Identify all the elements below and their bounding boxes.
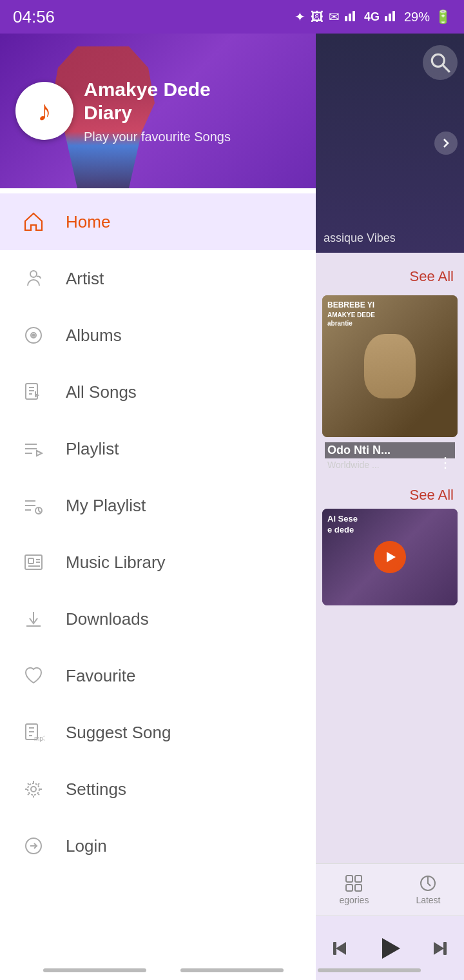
signal2-icon — [385, 10, 399, 24]
scroll-bar-3 — [318, 968, 421, 972]
4g-icon: 4G — [364, 10, 380, 24]
home-icon — [19, 208, 48, 236]
latest-label: Latest — [416, 895, 440, 905]
search-button[interactable] — [423, 45, 458, 80]
svg-text:mp3: mp3 — [34, 735, 44, 742]
app-subtitle: Diary — [84, 101, 231, 124]
sidebar-item-suggest-song[interactable]: mp3 Suggest Song — [0, 704, 316, 761]
svg-rect-0 — [345, 16, 347, 21]
bottom-nav: egories Latest — [316, 863, 464, 916]
sidebar-item-my-playlist[interactable]: My Playlist — [0, 477, 316, 534]
sidebar-item-home[interactable]: Home — [0, 193, 316, 250]
svg-rect-2 — [353, 11, 355, 21]
svg-rect-3 — [385, 16, 387, 21]
favourite-icon — [19, 662, 48, 690]
music-note-icon: ♪ — [37, 95, 52, 127]
suggest-song-label: Suggest Song — [66, 723, 171, 743]
app-title: Amakye Dede — [84, 78, 231, 101]
settings-icon — [19, 775, 48, 803]
status-bar: 04:56 ✦ 🖼 ✉ 4G 29% 🔋 — [0, 0, 464, 34]
song-card: BEBREBE YI AMAKYE DEDE abrantie Odo Nti … — [322, 295, 458, 476]
sidebar-item-albums[interactable]: Albums — [0, 307, 316, 364]
playlist-icon — [19, 435, 48, 463]
my-playlist-icon — [19, 491, 48, 520]
song-subtitle: Worldwide ... — [325, 458, 455, 471]
main-container: assique Vibes See All BEBREBE YI AMAK — [0, 34, 464, 980]
categories-label: egories — [339, 895, 369, 905]
playlist-label: Playlist — [66, 439, 119, 459]
see-all-1[interactable]: See All — [316, 253, 464, 295]
login-icon — [19, 832, 48, 860]
all-songs-icon — [19, 378, 48, 406]
sidebar-item-artist[interactable]: Artist — [0, 250, 316, 307]
svg-rect-16 — [333, 942, 336, 955]
scroll-indicators — [0, 968, 464, 972]
svg-point-43 — [28, 783, 39, 795]
svg-marker-18 — [434, 942, 444, 955]
battery-icon: 🔋 — [435, 9, 451, 24]
star-icon: ✦ — [295, 9, 305, 24]
battery-percent: 29% — [404, 10, 430, 24]
prev-button[interactable] — [324, 933, 355, 964]
music-library-label: Music Library — [66, 553, 166, 573]
svg-rect-9 — [346, 876, 353, 882]
music-library-icon — [19, 548, 48, 576]
sidebar-item-downloads[interactable]: Downloads — [0, 591, 316, 647]
scroll-bar-2 — [180, 968, 284, 972]
app-logo: ♪ — [15, 82, 73, 140]
downloads-label: Downloads — [66, 609, 149, 629]
nav-categories[interactable]: egories — [339, 874, 369, 905]
artist-label: Artist — [66, 269, 104, 289]
song-title: Odo Nti N... — [325, 442, 455, 458]
banner-text: assique Vibes — [324, 231, 396, 245]
svg-rect-19 — [443, 942, 447, 955]
login-label: Login — [66, 836, 107, 856]
banner-arrow[interactable] — [434, 132, 458, 155]
play-button[interactable] — [374, 541, 406, 573]
image-icon: 🖼 — [311, 10, 324, 24]
svg-marker-17 — [382, 938, 400, 959]
svg-rect-35 — [28, 558, 34, 564]
next-button[interactable] — [425, 933, 456, 964]
app-title-area: Amakye Dede Diary Play your favourite So… — [84, 78, 231, 144]
nav-latest[interactable]: Latest — [416, 874, 440, 905]
navigation-drawer: ♪ Amakye Dede Diary Play your favourite … — [0, 34, 316, 980]
svg-line-33 — [39, 511, 41, 513]
sidebar-item-all-songs[interactable]: All Songs — [0, 364, 316, 420]
video-thumbnail[interactable]: Al Sese e dede — [322, 509, 458, 605]
song-info: Odo Nti N... Worldwide ... — [322, 437, 458, 476]
more-options-icon[interactable]: ⋮ — [438, 455, 452, 471]
artist-icon — [19, 264, 48, 293]
sidebar-item-login[interactable]: Login — [0, 818, 316, 874]
status-icons: ✦ 🖼 ✉ 4G 29% 🔋 — [295, 9, 451, 24]
svg-rect-5 — [392, 11, 395, 21]
svg-point-23 — [33, 335, 35, 337]
downloads-icon — [19, 605, 48, 633]
song-card-image: BEBREBE YI AMAKYE DEDE abrantie — [322, 295, 458, 437]
svg-rect-1 — [349, 14, 351, 21]
see-all-2[interactable]: See All — [316, 476, 464, 509]
mail-icon: ✉ — [329, 9, 340, 24]
albums-label: Albums — [66, 326, 122, 346]
svg-rect-10 — [355, 876, 362, 882]
album-text: BEBREBE YI AMAKYE DEDE abrantie — [327, 300, 375, 328]
albums-icon — [19, 321, 48, 349]
sidebar-item-playlist[interactable]: Playlist — [0, 420, 316, 477]
settings-label: Settings — [66, 779, 126, 799]
svg-marker-15 — [336, 942, 346, 955]
drawer-header: ♪ Amakye Dede Diary Play your favourite … — [0, 34, 316, 188]
scroll-bar-1 — [43, 968, 146, 972]
svg-line-7 — [443, 65, 450, 72]
drawer-menu: Home Artist — [0, 188, 316, 980]
svg-point-42 — [31, 787, 36, 792]
sidebar-item-favourite[interactable]: Favourite — [0, 647, 316, 704]
right-panel: assique Vibes See All BEBREBE YI AMAK — [316, 34, 464, 980]
home-label: Home — [66, 212, 110, 232]
sidebar-item-music-library[interactable]: Music Library — [0, 534, 316, 591]
svg-marker-8 — [387, 552, 396, 562]
svg-point-20 — [30, 271, 37, 277]
status-time: 04:56 — [13, 7, 55, 27]
video-text: Al Sese e dede — [327, 514, 358, 536]
play-pause-button[interactable] — [372, 930, 408, 966]
sidebar-item-settings[interactable]: Settings — [0, 761, 316, 818]
